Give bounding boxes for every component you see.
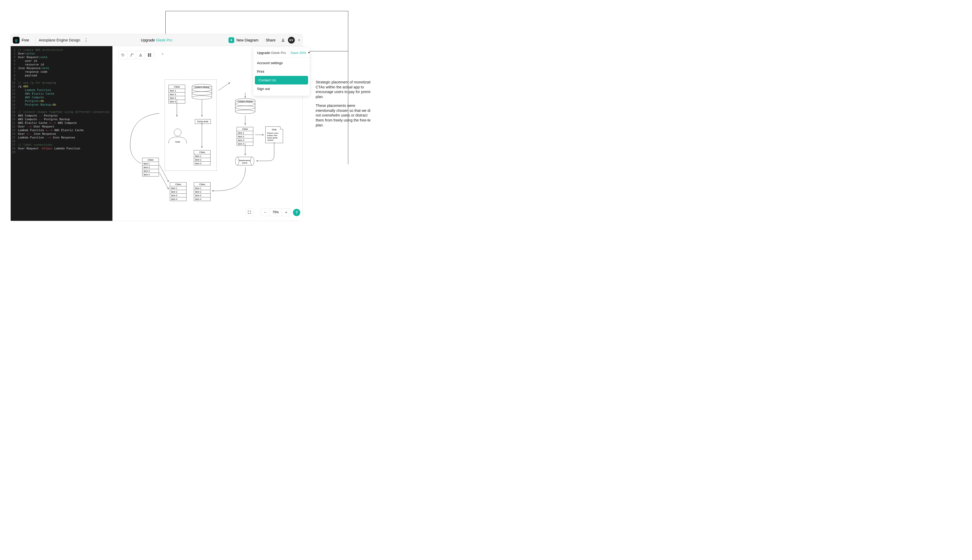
zoom-out-button[interactable]: − — [261, 208, 270, 216]
user-dropdown-menu: Upgrade Gleek Pro Save 20% Account setti… — [253, 47, 310, 96]
code-token: AWS Compute — [18, 118, 38, 121]
tool-refresh-icon[interactable] — [119, 51, 127, 59]
chevron-down-icon[interactable]: ▼ — [298, 39, 300, 42]
note-shape[interactable]: Note Rutrum cons- ectetur nibh turpis ap… — [265, 127, 283, 143]
tool-text-icon[interactable] — [136, 51, 145, 59]
code-token: Postgres — [44, 114, 58, 118]
code-token: <--> — [49, 121, 58, 125]
line-number: 21 — [11, 121, 18, 125]
share-button[interactable]: Share — [263, 37, 278, 43]
class-box-row: Item 1 — [142, 162, 159, 165]
actor-shape[interactable]: Actor — [167, 128, 188, 145]
class-box[interactable]: Class Item 1 Item 2 Item 3 Item 4 — [170, 182, 187, 201]
class-box[interactable]: Class Item 1 Item 2 Item 3 Item 4 — [142, 158, 159, 177]
code-line: 1// simple AWS architecture — [11, 48, 112, 52]
document-title[interactable]: Areoplane Engine Design — [39, 38, 80, 42]
code-token: AWS Compute — [18, 96, 44, 99]
line-number: 13 — [11, 92, 18, 96]
class-box[interactable]: Class Item 1 Item 2 Item 3 Item 4 — [194, 182, 210, 201]
class-box-row: Item 2 — [194, 190, 210, 194]
code-token: db — [40, 99, 44, 103]
dropdown-account-settings[interactable]: Account settings — [253, 59, 310, 67]
code-token: AWS Elastic Cache — [18, 92, 54, 96]
line-number: 1 — [11, 48, 18, 52]
code-token: AWS Compute — [18, 114, 38, 118]
line-number: 17 — [11, 107, 18, 110]
queue-cylinder[interactable]: Maintenance queue — [235, 157, 254, 165]
class-box-row: Item 4 — [169, 100, 185, 103]
tool-grid-icon[interactable] — [145, 51, 154, 59]
line-number: 3 — [11, 55, 18, 59]
class-box-row: Item 1 — [237, 131, 253, 135]
class-box-row: Item 2 — [170, 190, 186, 194]
annotation-paragraph: These placements were intentionally chos… — [316, 103, 371, 127]
class-box-row: Item 3 — [237, 138, 253, 142]
code-token: AWS Compute — [58, 121, 77, 125]
zoom-controls: − 75% + — [261, 208, 291, 216]
database-cylinder[interactable]: Postgres Backup — [235, 98, 256, 114]
class-box[interactable]: Class Item 1 Item 2 Item 3 — [194, 150, 210, 165]
dropdown-sign-out[interactable]: Sign out — [253, 85, 310, 93]
code-line: 18// connect shapes together using diffe… — [11, 110, 112, 114]
class-box[interactable]: Class Item 1 Item 2 Item 3 Item 4 — [237, 127, 253, 146]
code-token: Lambda Function — [54, 147, 80, 150]
line-number: 18 — [11, 110, 18, 114]
code-line: 10// use /g for grouping — [11, 81, 112, 85]
code-token: Lambda Function — [18, 88, 51, 92]
code-token: https — [42, 147, 51, 150]
doc-menu-kebab-icon[interactable]: ⋮ — [84, 38, 89, 42]
sparkle-icon[interactable]: ✦ — [161, 52, 164, 56]
code-token: AWS — [23, 85, 28, 88]
text-box[interactable]: Some texts — [195, 119, 211, 124]
line-number: 7 — [11, 70, 18, 74]
app-window: g Free Areoplane Engine Design ⋮ Upgrade… — [10, 34, 302, 221]
line-number: 22 — [11, 125, 18, 128]
class-box[interactable]: Class Item 1 Item 2 Item 3 Item 4 — [169, 85, 185, 103]
code-token: <--> — [46, 128, 54, 132]
database-cylinder[interactable]: Postgres Backup — [192, 84, 212, 100]
zoom-level: 75% — [270, 208, 282, 216]
upgrade-cta[interactable]: Upgrade Gleek Pro — [141, 38, 172, 42]
code-line: 23Lambda Function <--> AWS Elastic Cache — [11, 128, 112, 132]
code-line: 7 response code — [11, 70, 112, 74]
callout-dot — [308, 52, 310, 53]
class-box-row: Item 1 — [194, 187, 210, 190]
class-box-row: Item 3 — [194, 194, 210, 197]
code-token: : — [38, 99, 40, 103]
line-number: 6 — [11, 67, 18, 70]
code-line: 8 payload — [11, 74, 112, 77]
class-box-header: Class — [194, 182, 210, 187]
dropdown-print[interactable]: Print — [253, 67, 310, 76]
class-box-header: Class — [142, 158, 159, 162]
code-token: : — [40, 67, 42, 70]
code-line: 11/g AWS — [11, 85, 112, 88]
annotation-callout-line — [164, 11, 167, 34]
help-button[interactable]: ? — [293, 209, 300, 216]
fullscreen-button[interactable] — [246, 208, 253, 216]
code-line: 2User:actor — [11, 52, 112, 55]
dropdown-contact-us[interactable]: Contact Us — [255, 76, 308, 85]
class-box-header: Class — [237, 127, 253, 131]
dropdown-upgrade-item[interactable]: Upgrade Gleek Pro Save 20% — [253, 48, 310, 58]
line-number: 10 — [11, 81, 18, 85]
line-number: 25 — [11, 136, 18, 140]
app-logo[interactable]: g — [13, 37, 20, 43]
code-token: Postgres Backup — [44, 118, 70, 121]
download-icon[interactable] — [280, 37, 286, 43]
code-token: User Request — [18, 55, 38, 59]
topbar: g Free Areoplane Engine Design ⋮ Upgrade… — [11, 34, 302, 46]
svg-point-7 — [192, 88, 212, 92]
code-editor[interactable]: 1// simple AWS architecture2User:actor3U… — [11, 46, 112, 221]
canvas-toolbar — [118, 51, 154, 59]
code-line: 15 Postgres:db — [11, 99, 112, 103]
svg-rect-2 — [148, 55, 149, 57]
zoom-in-button[interactable]: + — [282, 208, 291, 216]
code-token: -- — [38, 118, 44, 121]
code-line: 13 AWS Elastic Cache — [11, 92, 112, 96]
line-number: 11 — [11, 85, 18, 88]
code-line: 12 Lambda Function — [11, 88, 112, 92]
class-box-row: Item 4 — [237, 142, 253, 145]
new-diagram-button[interactable]: + New Diagram — [227, 36, 261, 44]
user-avatar[interactable]: EV — [288, 37, 295, 43]
tool-connector-icon[interactable] — [127, 51, 136, 59]
